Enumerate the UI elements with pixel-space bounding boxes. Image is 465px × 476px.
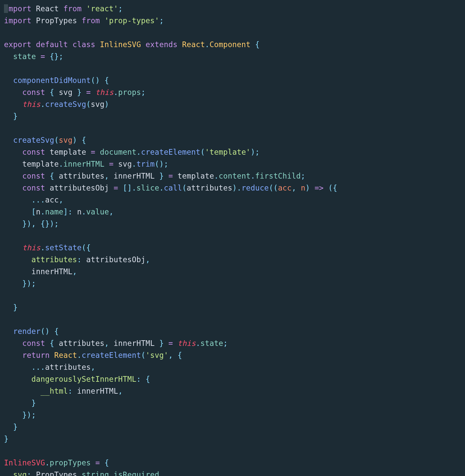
code-editor-view[interactable]: import React from 'react'; import PropTy… (0, 0, 465, 476)
text-cursor (4, 4, 8, 13)
